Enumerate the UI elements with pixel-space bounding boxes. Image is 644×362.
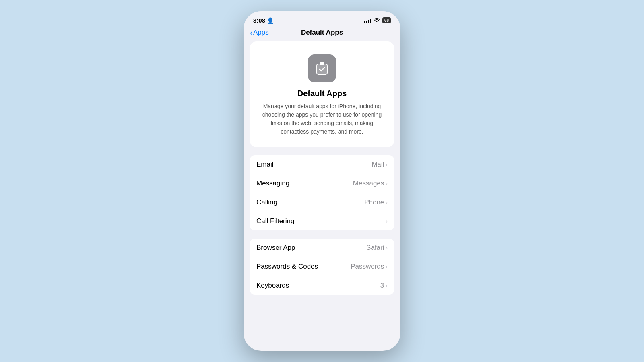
- nav-bar: ‹ Apps Default Apps: [244, 27, 400, 41]
- info-card: Default Apps Manage your default apps fo…: [250, 41, 394, 147]
- call-filtering-row[interactable]: Call Filtering ›: [250, 212, 394, 230]
- signal-icon: [364, 18, 371, 23]
- call-filtering-right: ›: [384, 218, 388, 224]
- messaging-row[interactable]: Messaging Messages ›: [250, 174, 394, 193]
- default-apps-icon: [308, 54, 336, 82]
- email-row[interactable]: Email Mail ›: [250, 155, 394, 174]
- calling-row[interactable]: Calling Phone ›: [250, 193, 394, 212]
- email-value: Mail: [372, 160, 384, 169]
- status-time: 3:08 👤: [253, 17, 274, 24]
- email-label: Email: [256, 160, 274, 169]
- back-button[interactable]: ‹ Apps: [250, 29, 269, 37]
- wifi-icon: [374, 17, 380, 23]
- call-filtering-chevron-icon: ›: [386, 218, 388, 224]
- calling-chevron-icon: ›: [386, 199, 388, 206]
- email-chevron-icon: ›: [386, 161, 388, 168]
- svg-rect-0: [317, 64, 327, 74]
- calling-right: Phone ›: [364, 198, 388, 206]
- keyboards-chevron-icon: ›: [386, 282, 388, 289]
- info-title: Default Apps: [260, 89, 384, 98]
- keyboards-label: Keyboards: [256, 282, 289, 290]
- person-icon: 👤: [267, 17, 274, 24]
- time-display: 3:08: [253, 17, 265, 24]
- passwords-codes-row[interactable]: Passwords & Codes Passwords ›: [250, 257, 394, 276]
- back-label: Apps: [253, 29, 269, 37]
- messaging-value: Messages: [353, 179, 384, 187]
- messaging-right: Messages ›: [353, 179, 388, 187]
- browser-app-right: Safari ›: [366, 244, 388, 252]
- browser-app-row[interactable]: Browser App Safari ›: [250, 239, 394, 257]
- settings-group-1: Email Mail › Messaging Messages › Callin…: [250, 155, 394, 230]
- svg-rect-2: [320, 62, 324, 65]
- content-area: Default Apps Manage your default apps fo…: [244, 41, 400, 351]
- status-icons: 68: [364, 17, 391, 23]
- email-right: Mail ›: [372, 160, 388, 169]
- nav-title: Default Apps: [301, 29, 343, 37]
- passwords-codes-value: Passwords: [351, 263, 384, 271]
- info-description: Manage your default apps for iPhone, inc…: [260, 102, 384, 136]
- browser-app-value: Safari: [366, 244, 384, 252]
- back-chevron-icon: ‹: [250, 29, 252, 36]
- keyboards-right: 3 ›: [380, 282, 388, 290]
- call-filtering-label: Call Filtering: [256, 217, 294, 225]
- passwords-codes-right: Passwords ›: [351, 263, 388, 271]
- phone-frame: 3:08 👤 68 ‹ Ap: [244, 11, 400, 351]
- calling-label: Calling: [256, 198, 277, 206]
- messaging-label: Messaging: [256, 179, 289, 187]
- status-bar: 3:08 👤 68: [244, 11, 400, 27]
- calling-value: Phone: [364, 198, 384, 206]
- messaging-chevron-icon: ›: [386, 180, 388, 187]
- battery-icon: 68: [382, 17, 391, 23]
- settings-group-2: Browser App Safari › Passwords & Codes P…: [250, 239, 394, 295]
- keyboards-row[interactable]: Keyboards 3 ›: [250, 276, 394, 295]
- browser-app-chevron-icon: ›: [386, 245, 388, 251]
- passwords-codes-chevron-icon: ›: [386, 263, 388, 270]
- keyboards-value: 3: [380, 282, 384, 290]
- passwords-codes-label: Passwords & Codes: [256, 263, 318, 271]
- browser-app-label: Browser App: [256, 244, 295, 252]
